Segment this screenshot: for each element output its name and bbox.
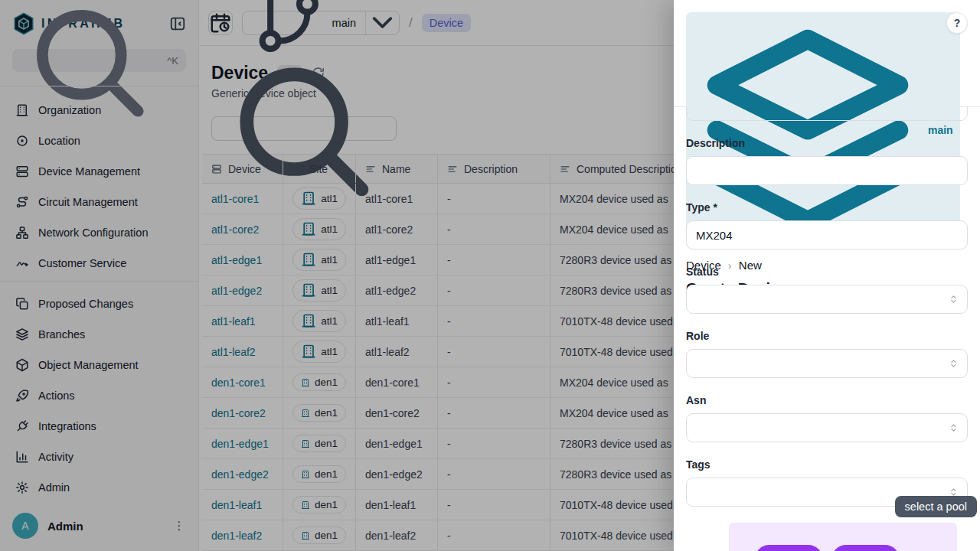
chevrons-up-down-icon: [949, 359, 959, 369]
role-label: Role: [686, 330, 968, 342]
drawer-form: Description Type * Status Role Asn Tags …: [674, 107, 980, 551]
asn-select[interactable]: [686, 413, 968, 442]
description-textarea[interactable]: [686, 156, 968, 185]
status-label: Status: [686, 266, 968, 278]
status-select[interactable]: [686, 285, 968, 314]
role-select[interactable]: [686, 349, 968, 378]
create-device-drawer: main ? Device › New Create Device Generi…: [674, 0, 980, 551]
grid-icon: [735, 526, 920, 551]
type-label: Type *: [686, 201, 968, 214]
description-label: Description: [686, 137, 968, 149]
asn-label: Asn: [686, 394, 968, 406]
type-input[interactable]: [686, 220, 968, 249]
drawer-header: main ? Device › New Create Device Generi…: [674, 0, 980, 107]
ip-pool-badge[interactable]: My IP: [729, 523, 957, 551]
select-pool-tooltip: select a pool: [895, 496, 977, 517]
chevrons-up-down-icon: [949, 295, 959, 305]
help-button[interactable]: ?: [946, 12, 968, 34]
chevrons-up-down-icon: [949, 423, 959, 433]
tags-label: Tags: [686, 458, 968, 471]
name-field-partial[interactable]: [686, 107, 968, 121]
infrahub-app: INFRAHUB ^K Organization Location Device…: [0, 0, 980, 551]
